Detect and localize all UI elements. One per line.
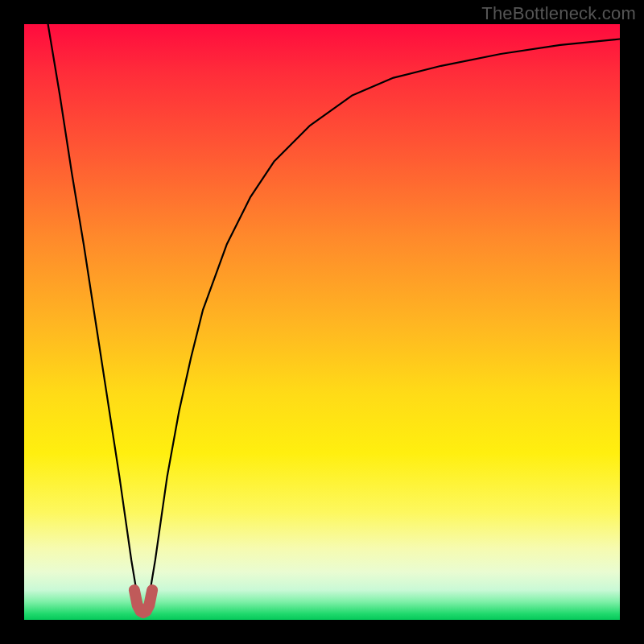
- curve-layer: [24, 24, 620, 620]
- chart-frame: TheBottleneck.com: [0, 0, 644, 644]
- sweet-spot-marker: [134, 590, 152, 613]
- bottleneck-curve: [48, 24, 620, 608]
- watermark-text: TheBottleneck.com: [481, 3, 636, 24]
- plot-area: [24, 24, 620, 620]
